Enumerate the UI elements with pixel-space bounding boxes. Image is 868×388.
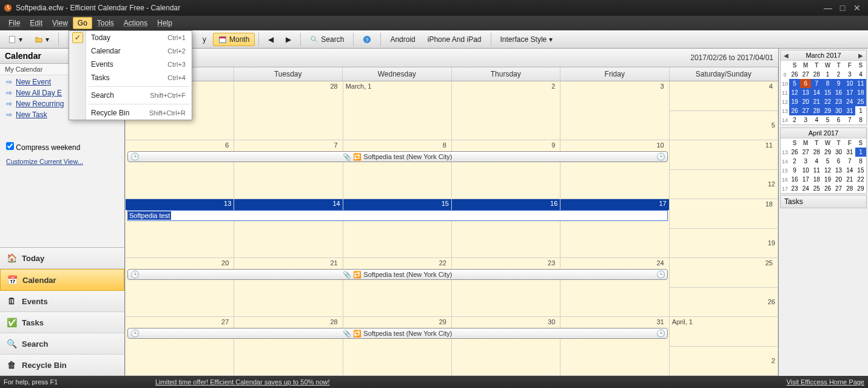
- calendar-cell[interactable]: 6: [126, 140, 234, 199]
- calendar-cell[interactable]: 15: [343, 199, 452, 258]
- nav-recycle-bin[interactable]: 🗑Recycle Bin: [0, 355, 124, 376]
- calendar-cell[interactable]: 10: [560, 140, 669, 199]
- iphone-button[interactable]: iPhone And iPad: [422, 33, 487, 46]
- calendar-cell[interactable]: 14: [234, 199, 343, 258]
- home-icon: 🏠: [6, 253, 17, 264]
- calendar-cell[interactable]: 24: [560, 258, 669, 317]
- calendar-cell[interactable]: 1819: [670, 199, 778, 258]
- view-day-button[interactable]: y: [197, 33, 212, 46]
- link-new-recurring[interactable]: New Recurring: [16, 100, 64, 108]
- nav-calendar[interactable]: 📅Calendar: [0, 269, 124, 291]
- minimize-button[interactable]: —: [821, 4, 835, 12]
- nav-today[interactable]: 🏠Today: [0, 248, 124, 269]
- calendar-cell[interactable]: April, 12: [670, 317, 778, 376]
- link-new-all-day[interactable]: New All Day E: [16, 89, 62, 97]
- day-header-row: day Tuesday Wednesday Thursday Friday Sa…: [125, 67, 778, 81]
- compress-weekend-checkbox[interactable]: [6, 142, 14, 150]
- menu-item-search[interactable]: SearchShift+Ctrl+F: [69, 89, 192, 102]
- nav-prev-button[interactable]: ◀: [263, 33, 279, 46]
- calendar-cell[interactable]: 16: [452, 199, 560, 258]
- event-bar[interactable]: 🕒📎 🔁 Softpedia test (New York City)🕒: [127, 269, 668, 280]
- status-offer-link[interactable]: Limited time offer! Efficient Calendar s…: [155, 378, 330, 386]
- menu-tools[interactable]: Tools: [92, 17, 119, 29]
- arrow-icon: ⇨: [6, 111, 12, 119]
- help-button[interactable]: ?: [357, 33, 377, 46]
- mini-cal-title-1: March 2017: [790, 52, 856, 59]
- calendar-cell[interactable]: 28: [234, 317, 343, 376]
- search-icon: [310, 35, 318, 44]
- mini-calendar-april[interactable]: April 2017 SMTWTFS1326272829303111423456…: [780, 128, 867, 194]
- link-new-task[interactable]: New Task: [16, 111, 47, 119]
- nav-events[interactable]: 🗓Events: [0, 291, 124, 312]
- calendar-cell[interactable]: 23: [452, 258, 560, 317]
- close-button[interactable]: ✕: [850, 4, 864, 12]
- events-icon: 🗓: [6, 296, 17, 307]
- svg-point-4: [311, 36, 315, 40]
- new-button[interactable]: ▾: [2, 33, 28, 46]
- calendar-cell[interactable]: 31: [560, 317, 669, 376]
- calendar-cell[interactable]: 29: [343, 317, 452, 376]
- calendar-cell[interactable]: 2: [452, 81, 560, 140]
- link-new-event[interactable]: New Event: [16, 78, 51, 86]
- menu-go[interactable]: Go: [73, 17, 92, 29]
- android-button[interactable]: Android: [385, 33, 420, 46]
- dayhead-wed: Wednesday: [343, 67, 452, 81]
- calendar-icon: 📅: [7, 274, 18, 285]
- mini-cal-title-2: April 2017: [782, 129, 865, 137]
- view-month-button[interactable]: Month: [213, 33, 255, 46]
- calendar-cell[interactable]: 22: [343, 258, 452, 317]
- next-month-button[interactable]: ▶: [856, 52, 865, 59]
- nav-next-button[interactable]: ▶: [280, 33, 297, 46]
- compress-weekend-row[interactable]: Compress weekend: [0, 138, 124, 155]
- calendar-view: March 13, 2017 day 72 of the year 2017/0…: [125, 49, 778, 376]
- window-title: Softpedia.ecfw - Efficient Calendar Free…: [16, 4, 821, 12]
- svg-rect-3: [220, 36, 226, 38]
- event-bar[interactable]: 🕒📎 🔁 Softpedia test (New York City)🕒: [127, 328, 668, 339]
- calendar-cell[interactable]: 28: [234, 81, 343, 140]
- calendar-cell[interactable]: 8: [343, 140, 452, 199]
- interface-style-button[interactable]: Interface Style ▾: [495, 33, 559, 46]
- clock-icon: 🕒: [656, 329, 665, 338]
- clock-icon: 🕒: [656, 270, 665, 279]
- menu-edit[interactable]: Edit: [25, 17, 47, 29]
- calendar-cell[interactable]: 7: [234, 140, 343, 199]
- menu-item-today[interactable]: ✓ TodayCtrl+1: [69, 31, 192, 44]
- customize-view-link[interactable]: Customize Current View...: [0, 155, 124, 168]
- status-home-link[interactable]: Visit Efficcess Home Page: [786, 378, 864, 386]
- menu-view[interactable]: View: [47, 17, 73, 29]
- menu-item-tasks[interactable]: TasksCtrl+4: [69, 71, 192, 84]
- calendar-cell[interactable]: 9: [452, 140, 560, 199]
- svg-text:?: ?: [366, 36, 369, 43]
- mini-calendar-march[interactable]: ◀ March 2017 ▶ SMTWTFS926272812341056789…: [780, 50, 867, 125]
- dayhead-fri: Friday: [560, 67, 670, 81]
- menu-item-calendar[interactable]: CalendarCtrl+2: [69, 44, 192, 58]
- calendar-cell[interactable]: 1112: [670, 140, 778, 199]
- tasks-panel-header[interactable]: Tasks: [780, 195, 867, 208]
- prev-month-button[interactable]: ◀: [782, 52, 790, 59]
- calendar-cell[interactable]: 30: [452, 317, 560, 376]
- calendar-cell[interactable]: 45: [670, 81, 778, 140]
- menu-item-recycle-bin[interactable]: Recycle BinShift+Ctrl+R: [69, 106, 192, 120]
- maximize-button[interactable]: □: [835, 4, 850, 12]
- menu-actions[interactable]: Actions: [119, 17, 152, 29]
- calendar-cell[interactable]: 3: [560, 81, 669, 140]
- calendar-cell[interactable]: 2526: [670, 258, 778, 317]
- event-bar[interactable]: 🕒📎 🔁 Softpedia test (New York City)🕒: [127, 151, 668, 162]
- search-button[interactable]: Search: [304, 33, 349, 46]
- title-bar: Softpedia.ecfw - Efficient Calendar Free…: [0, 0, 868, 16]
- event-edit-input[interactable]: Softpedia test: [127, 210, 668, 221]
- menu-item-events[interactable]: EventsCtrl+3: [69, 58, 192, 71]
- calendar-cell[interactable]: March, 1: [343, 81, 452, 140]
- menu-help[interactable]: Help: [152, 17, 177, 29]
- calendar-cell[interactable]: 20: [126, 258, 234, 317]
- calendar-cell[interactable]: 21: [234, 258, 343, 317]
- menu-file[interactable]: File: [4, 17, 25, 29]
- nav-tasks[interactable]: ✅Tasks: [0, 312, 124, 333]
- nav-search[interactable]: 🔍Search: [0, 333, 124, 355]
- arrow-icon: ⇨: [6, 100, 12, 108]
- calendar-cell[interactable]: 13: [126, 199, 234, 258]
- folder-button[interactable]: ▾: [29, 33, 55, 46]
- calendar-grid[interactable]: ebruary, 2728March, 12345678910111213141…: [125, 81, 778, 376]
- calendar-cell[interactable]: 27: [126, 317, 234, 376]
- calendar-cell[interactable]: 17: [560, 199, 669, 258]
